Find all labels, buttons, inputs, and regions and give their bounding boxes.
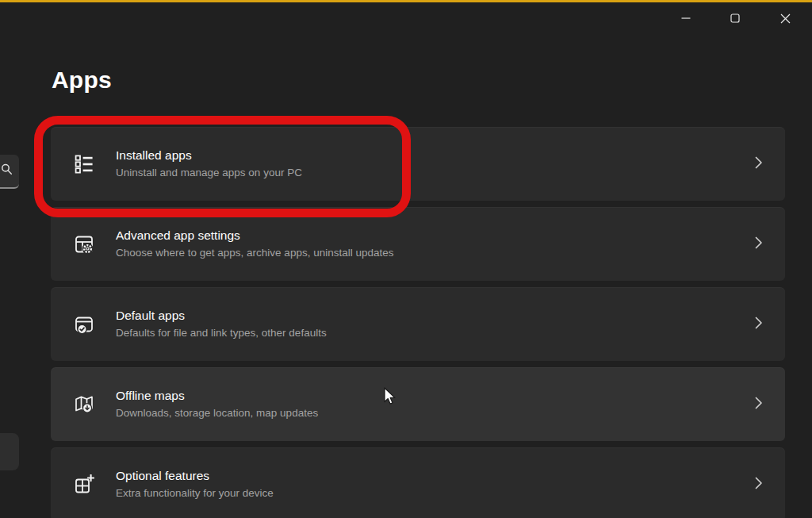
- title-bar: [0, 2, 812, 37]
- settings-row-offline-maps[interactable]: Offline maps Downloads, storage location…: [51, 367, 785, 441]
- installed-apps-icon: [74, 154, 94, 175]
- row-subtitle: Extra functionality for your device: [116, 487, 274, 500]
- row-title: Default apps: [116, 309, 327, 323]
- advanced-app-settings-icon: [74, 234, 94, 255]
- row-title: Optional features: [116, 469, 274, 483]
- page-title: Apps: [52, 67, 112, 94]
- chevron-right-icon: [755, 317, 763, 332]
- sidebar-item-fragment[interactable]: [0, 433, 19, 470]
- row-title: Offline maps: [116, 389, 318, 403]
- row-subtitle: Defaults for file and link types, other …: [116, 327, 327, 340]
- default-apps-icon: [74, 314, 94, 335]
- row-subtitle: Uninstall and manage apps on your PC: [116, 167, 302, 179]
- settings-window: Apps Installed apps Uninstall and manage…: [0, 0, 812, 518]
- maximize-button[interactable]: [717, 2, 753, 34]
- row-subtitle: Downloads, storage location, map updates: [116, 407, 318, 420]
- maximize-icon: [730, 13, 740, 23]
- chevron-right-icon: [755, 397, 763, 412]
- settings-row-optional-features[interactable]: Optional features Extra functionality fo…: [51, 447, 785, 518]
- settings-row-default-apps[interactable]: Default apps Defaults for file and link …: [51, 287, 785, 361]
- settings-row-installed-apps[interactable]: Installed apps Uninstall and manage apps…: [51, 127, 785, 201]
- offline-maps-icon: [74, 394, 94, 415]
- minimize-icon: [681, 13, 691, 23]
- close-button[interactable]: [767, 2, 803, 34]
- chevron-right-icon: [755, 236, 763, 252]
- row-subtitle: Choose where to get apps, archive apps, …: [116, 247, 393, 259]
- chevron-right-icon: [755, 156, 763, 172]
- chevron-right-icon: [755, 477, 763, 493]
- optional-features-icon: [74, 474, 94, 495]
- minimize-button[interactable]: [668, 2, 704, 34]
- search-icon: [0, 163, 13, 178]
- row-title: Advanced app settings: [116, 228, 393, 243]
- search-input[interactable]: [0, 155, 19, 189]
- close-icon: [780, 13, 791, 24]
- row-title: Installed apps: [116, 148, 302, 163]
- settings-row-advanced-app-settings[interactable]: Advanced app settings Choose where to ge…: [51, 207, 785, 281]
